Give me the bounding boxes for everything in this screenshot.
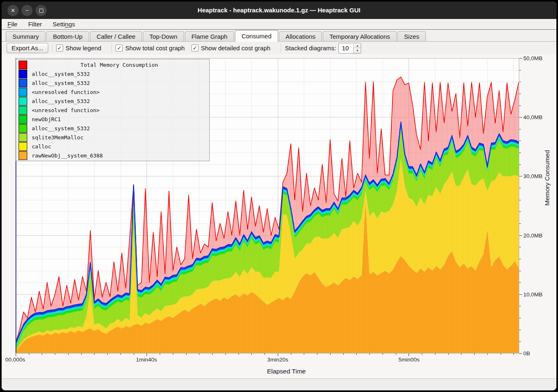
legend-entry: newObjRC1 (16, 115, 209, 124)
tab-consumed[interactable]: Consumed (235, 30, 278, 42)
toolbar-separator (52, 44, 52, 53)
legend-swatch (19, 88, 27, 96)
legend-label: alloc__system_5332 (32, 125, 90, 131)
legend-entry: alloc__system_5332 (16, 124, 209, 133)
legend-title: Total Memory Consumption (32, 62, 207, 68)
tab-bar: SummaryBottom-UpCaller / CalleeTop-DownF… (2, 30, 556, 42)
checkbox-show-total-cost-graph[interactable]: ✓Show total cost graph (116, 45, 184, 52)
y-tick-label: 20,0MB (523, 232, 554, 239)
checkbox-label: Show legend (66, 45, 102, 52)
checkmark-icon[interactable]: ✓ (56, 45, 63, 52)
chart-legend: Total Memory Consumptionalloc__system_53… (16, 59, 210, 161)
legend-swatch (19, 133, 27, 142)
y-tick-label: 50,0MB (523, 55, 554, 62)
legend-label: <unresolved function> (32, 107, 99, 113)
window-title: Heaptrack - heaptrack.wakunode.1.gz — He… (2, 2, 556, 19)
toolbar-separator (281, 44, 281, 53)
legend-entry: <unresolved function> (16, 106, 209, 115)
legend-swatch (19, 61, 27, 69)
menu-file[interactable]: File (7, 21, 17, 28)
stacked-diagrams-spinbox[interactable]: 10 ▲ ▼ (338, 43, 361, 54)
legend-entry: alloc__system_5332 (16, 69, 209, 78)
y-tick-label: 40,0MB (523, 114, 554, 121)
legend-entry: rawNewObj__system_6388 (16, 151, 209, 160)
checkbox-show-legend[interactable]: ✓Show legend (56, 45, 102, 52)
toolbar-separator (111, 44, 112, 53)
tab-flame-graph[interactable]: Flame Graph (185, 31, 234, 41)
menu-filter[interactable]: Filter (28, 21, 42, 28)
x-tick-label: 3min20s (257, 357, 298, 363)
legend-label: alloc__system_5332 (32, 80, 90, 86)
stacked-diagrams-value[interactable]: 10 (339, 43, 353, 53)
tab-summary[interactable]: Summary (6, 31, 45, 41)
legend-label: calloc (32, 143, 51, 150)
legend-entry: alloc__system_5332 (16, 96, 209, 106)
menu-settings[interactable]: Settings (53, 21, 75, 28)
toolbar: Export As... ✓Show legend✓Show total cos… (2, 42, 556, 54)
legend-swatch (19, 70, 27, 78)
y-tick-label: 10,0MB (523, 291, 554, 298)
app-window: ✕ − Heaptrack - heaptrack.wakunode.1.gz … (2, 2, 556, 390)
x-tick-label: 1min40s (126, 357, 167, 363)
legend-entry: <unresolved function> (16, 87, 209, 96)
legend-entry: Total Memory Consumption (16, 60, 209, 69)
checkbox-show-detailed-cost-graph[interactable]: ✓Show detailed cost graph (192, 45, 270, 52)
x-tick-label: 5min00s (388, 357, 430, 363)
legend-label: alloc__system_5332 (32, 71, 90, 77)
checkmark-icon[interactable]: ✓ (116, 45, 123, 52)
legend-label: rawNewObj__system_6388 (32, 153, 103, 159)
x-tick-label: 00.000s (2, 357, 36, 363)
y-tick-label: 0B (523, 350, 554, 357)
legend-label: sqlite3MemMalloc (32, 134, 83, 141)
legend-swatch (19, 151, 27, 160)
tab-allocations[interactable]: Allocations (279, 31, 322, 41)
menu-bar: File Filter Settings (2, 19, 556, 30)
legend-entry: alloc__system_5332 (16, 78, 209, 87)
tab-top-down[interactable]: Top-Down (143, 31, 184, 41)
spin-up-icon[interactable]: ▲ (354, 43, 361, 48)
legend-swatch (19, 142, 27, 151)
legend-swatch (19, 124, 27, 133)
chart-area: Total Memory Consumptionalloc__system_53… (2, 54, 556, 378)
legend-swatch (19, 79, 27, 87)
stacked-diagrams-label: Stacked diagrams: (285, 45, 336, 52)
tab-bottom-up[interactable]: Bottom-Up (46, 31, 89, 41)
legend-swatch (19, 115, 27, 124)
export-as-button[interactable]: Export As... (7, 43, 48, 53)
checkbox-label: Show total cost graph (125, 45, 184, 52)
tab-sizes[interactable]: Sizes (397, 31, 426, 41)
checkbox-label: Show detailed cost graph (201, 45, 270, 52)
legend-swatch (19, 97, 27, 106)
checkmark-icon[interactable]: ✓ (192, 45, 199, 52)
bottom-strip (2, 378, 556, 390)
legend-entry: calloc (16, 142, 209, 151)
legend-label: <unresolved function> (32, 89, 99, 95)
legend-swatch (19, 106, 27, 115)
spin-down-icon[interactable]: ▼ (354, 48, 361, 53)
legend-entry: sqlite3MemMalloc (16, 133, 209, 142)
tab-temporary-allocations[interactable]: Temporary Allocations (323, 31, 397, 41)
titlebar: ✕ − Heaptrack - heaptrack.wakunode.1.gz … (2, 2, 556, 19)
tab-caller-callee[interactable]: Caller / Callee (90, 31, 142, 41)
legend-label: alloc__system_5332 (32, 98, 90, 104)
legend-label: newObjRC1 (32, 116, 61, 122)
